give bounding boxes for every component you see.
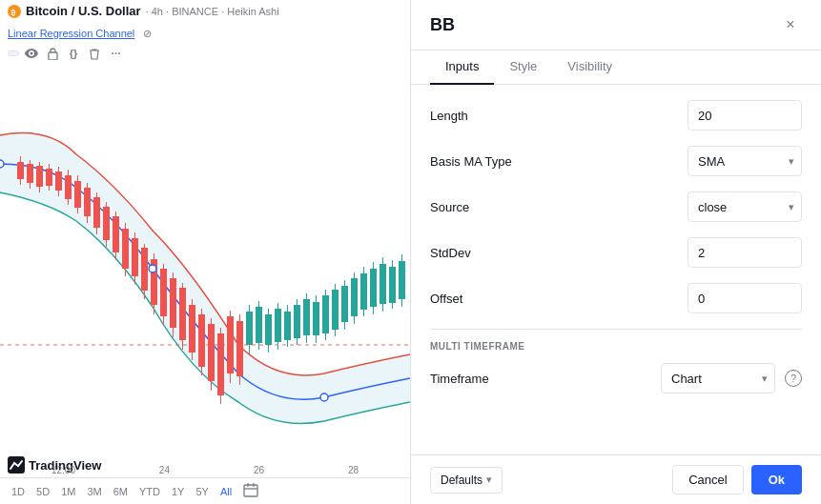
settings-panel: BB × Inputs Style Visibility Length Basi… xyxy=(411,0,821,504)
tf-btn-all[interactable]: All xyxy=(216,484,236,499)
tf-btn-1y[interactable]: 1Y xyxy=(168,484,188,499)
tf-btn-3m[interactable]: 3M xyxy=(83,484,105,499)
symbol-text: Bitcoin / U.S. Dollar xyxy=(26,4,141,18)
tf-btn-1d[interactable]: 1D xyxy=(8,484,29,499)
bitcoin-icon: ₿ xyxy=(8,5,21,18)
svg-point-88 xyxy=(0,160,4,168)
select-source[interactable]: close open high low hl2 hlc3 ohlc4 xyxy=(688,192,802,222)
panel-tabs: Inputs Style Visibility xyxy=(411,50,821,85)
tab-style[interactable]: Style xyxy=(494,50,552,85)
svg-point-90 xyxy=(320,393,328,401)
footer-buttons: Cancel Ok xyxy=(672,465,802,494)
section-label-multi-timeframe: MULTI TIMEFRAME xyxy=(430,341,802,352)
field-row-offset: Offset xyxy=(430,283,802,313)
defaults-select[interactable]: Defaults ▾ xyxy=(430,467,503,494)
label-length: Length xyxy=(430,109,525,123)
input-offset[interactable] xyxy=(688,283,802,313)
defaults-chevron-icon: ▾ xyxy=(486,474,492,486)
tf-btn-5y[interactable]: 5Y xyxy=(192,484,212,499)
tab-visibility[interactable]: Visibility xyxy=(552,50,627,85)
label-offset: Offset xyxy=(430,292,525,306)
label-source: Source xyxy=(430,200,525,214)
time-labels: 12:00 24 26 28 xyxy=(0,465,410,475)
select-timeframe[interactable]: Chart 1m 5m 15m 1h 4h 1D xyxy=(661,363,775,393)
svg-rect-92 xyxy=(244,485,257,496)
panel-title: BB xyxy=(430,15,455,49)
select-timeframe-wrapper: Chart 1m 5m 15m 1h 4h 1D xyxy=(661,363,775,393)
time-label-1: 12:00 xyxy=(51,465,75,475)
panel-content: Length Basis MA Type SMA EMA SMMA (RMA) … xyxy=(411,85,821,454)
field-row-length: Length xyxy=(430,100,802,131)
field-row-basis-ma-type: Basis MA Type SMA EMA SMMA (RMA) WMA VWM… xyxy=(430,146,802,176)
time-label-4: 28 xyxy=(348,465,359,475)
input-stddev[interactable] xyxy=(688,237,802,268)
defaults-label: Defaults xyxy=(441,474,482,487)
linear-regression-label[interactable]: Linear Regression Channel xyxy=(8,28,134,39)
close-button[interactable]: × xyxy=(779,13,802,36)
chart-header: ₿ Bitcoin / U.S. Dollar · 4h · BINANCE ·… xyxy=(0,0,410,22)
time-label-3: 26 xyxy=(254,465,264,475)
eye-slash-icon: ⊘ xyxy=(143,28,152,39)
select-source-wrapper: close open high low hl2 hlc3 ohlc4 xyxy=(688,192,802,222)
timeframe-row: Chart 1m 5m 15m 1h 4h 1D ? xyxy=(661,363,802,393)
timeframe-bar: 1D 5D 1M 3M 6M YTD 1Y 5Y All xyxy=(0,477,410,504)
question-mark: ? xyxy=(790,373,796,384)
label-stddev: StdDev xyxy=(430,246,525,260)
timeframe-help-icon[interactable]: ? xyxy=(785,370,802,387)
label-timeframe: Timeframe xyxy=(430,372,525,386)
label-basis-ma-type: Basis MA Type xyxy=(430,154,525,169)
svg-point-89 xyxy=(149,265,156,272)
tf-btn-6m[interactable]: 6M xyxy=(110,484,132,499)
chart-symbol: Bitcoin / U.S. Dollar xyxy=(26,4,141,18)
chart-area: ₿ Bitcoin / U.S. Dollar · 4h · BINANCE ·… xyxy=(0,0,410,504)
tab-inputs[interactable]: Inputs xyxy=(430,50,494,85)
time-label-2: 24 xyxy=(159,465,170,475)
chart-canvas xyxy=(0,52,410,447)
field-row-source: Source close open high low hl2 hlc3 ohlc… xyxy=(430,192,802,222)
tf-btn-5d[interactable]: 5D xyxy=(32,484,53,499)
tf-btn-1m[interactable]: 1M xyxy=(57,484,79,499)
tf-btn-ytd[interactable]: YTD xyxy=(135,484,164,499)
panel-footer: Defaults ▾ Cancel Ok xyxy=(411,454,821,504)
chart-svg xyxy=(0,52,410,447)
chart-subtitle: · 4h · BINANCE · Heikin Ashi xyxy=(146,6,279,17)
calendar-icon[interactable] xyxy=(243,482,258,500)
section-divider xyxy=(430,329,802,330)
input-length[interactable] xyxy=(688,100,802,131)
panel-header: BB × xyxy=(411,0,821,50)
cancel-button[interactable]: Cancel xyxy=(672,465,743,494)
field-row-stddev: StdDev xyxy=(430,237,802,268)
field-row-timeframe: Timeframe Chart 1m 5m 15m 1h 4h 1D ? xyxy=(430,363,802,393)
select-basis-ma-type[interactable]: SMA EMA SMMA (RMA) WMA VWMA xyxy=(688,146,802,176)
select-basis-ma-type-wrapper: SMA EMA SMMA (RMA) WMA VWMA xyxy=(688,146,802,176)
ok-button[interactable]: Ok xyxy=(751,465,802,494)
